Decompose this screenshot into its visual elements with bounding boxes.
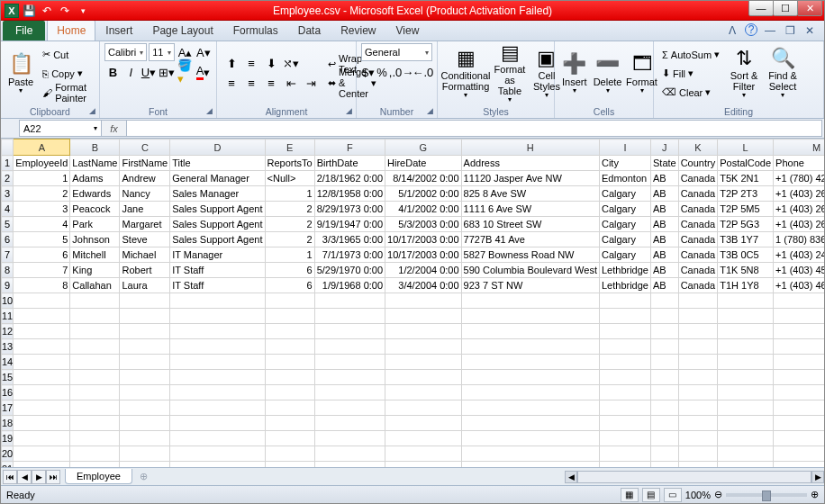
cell[interactable] — [265, 416, 314, 431]
cell[interactable] — [718, 324, 774, 339]
percent-icon[interactable]: % — [376, 63, 388, 81]
format-as-table-button[interactable]: ▤Format as Table▾ — [492, 45, 528, 103]
cell[interactable]: +1 (780) 428-9482 — [774, 171, 824, 186]
cell[interactable] — [385, 370, 462, 385]
cell[interactable] — [170, 416, 265, 431]
cell[interactable] — [14, 339, 70, 355]
row-header[interactable]: 19 — [2, 431, 14, 446]
cell[interactable]: Canada — [678, 186, 718, 202]
fx-button[interactable]: fx — [102, 120, 127, 137]
close-button[interactable]: ✕ — [797, 0, 822, 16]
column-header[interactable]: E — [265, 140, 314, 156]
cell[interactable]: 923 7 ST NW — [461, 278, 599, 293]
cell[interactable]: Sales Support Agent — [170, 217, 265, 232]
cell[interactable] — [14, 309, 70, 324]
cell[interactable]: T3B 0C5 — [718, 248, 774, 263]
cell[interactable]: AB — [650, 217, 678, 232]
cell[interactable] — [774, 400, 824, 416]
cell[interactable] — [599, 293, 650, 309]
cell[interactable] — [678, 370, 718, 385]
minimize-ribbon-icon[interactable]: ᐱ — [725, 23, 739, 38]
cell[interactable] — [120, 309, 170, 324]
cell[interactable] — [718, 309, 774, 324]
cell[interactable]: 5827 Bowness Road NW — [461, 248, 599, 263]
cell[interactable] — [170, 370, 265, 385]
row-header[interactable]: 5 — [2, 217, 14, 232]
cell[interactable] — [678, 324, 718, 339]
cell[interactable] — [461, 370, 599, 385]
cell[interactable]: +1 (403) 456-9986 — [774, 263, 824, 278]
cell[interactable]: 8/29/1973 0:00 — [314, 202, 385, 217]
cell[interactable] — [265, 309, 314, 324]
cell[interactable]: Canada — [678, 232, 718, 248]
cell[interactable] — [14, 431, 70, 446]
cell[interactable] — [14, 400, 70, 416]
row-header[interactable]: 9 — [2, 278, 14, 293]
cell[interactable]: AB — [650, 202, 678, 217]
cell[interactable]: AB — [650, 248, 678, 263]
cell[interactable]: 1111 6 Ave SW — [461, 202, 599, 217]
cell[interactable]: City — [599, 156, 650, 171]
sheet-nav-first-icon[interactable]: ⏮ — [3, 470, 17, 484]
sheet-nav-prev-icon[interactable]: ◀ — [17, 470, 32, 484]
cell[interactable]: 5/29/1970 0:00 — [314, 263, 385, 278]
cell[interactable] — [774, 309, 824, 324]
cell[interactable]: 8 — [14, 278, 70, 293]
cell[interactable]: T1K 5N8 — [718, 263, 774, 278]
cell[interactable] — [774, 370, 824, 385]
font-color-button[interactable]: A▾ — [195, 63, 212, 81]
cell[interactable] — [314, 309, 385, 324]
cell[interactable] — [70, 355, 120, 370]
sheet-nav-next-icon[interactable]: ▶ — [32, 470, 46, 484]
cell[interactable]: 2 — [14, 186, 70, 202]
cell[interactable] — [774, 446, 824, 462]
format-painter-button[interactable]: 🖌Format Painter — [39, 84, 95, 102]
column-header[interactable]: C — [120, 140, 170, 156]
cell[interactable] — [599, 400, 650, 416]
cell[interactable] — [265, 400, 314, 416]
cell[interactable] — [314, 416, 385, 431]
increase-indent-icon[interactable]: ⇥ — [301, 75, 321, 93]
row-header[interactable]: 21 — [2, 462, 14, 468]
cell[interactable]: Calgary — [599, 217, 650, 232]
align-bottom-icon[interactable]: ⬇ — [261, 55, 281, 73]
dialog-launcher-icon[interactable]: ◢ — [343, 106, 354, 117]
cell[interactable] — [120, 370, 170, 385]
cell[interactable]: 1/2/2004 0:00 — [385, 263, 462, 278]
cell[interactable]: Canada — [678, 263, 718, 278]
cell[interactable] — [314, 339, 385, 355]
cell[interactable] — [678, 431, 718, 446]
align-left-icon[interactable]: ≡ — [222, 75, 241, 93]
cell[interactable] — [314, 431, 385, 446]
cell[interactable] — [774, 385, 824, 400]
row-header[interactable]: 3 — [2, 186, 14, 202]
tab-insert[interactable]: Insert — [95, 20, 142, 40]
cell[interactable]: 4 — [14, 217, 70, 232]
cell[interactable] — [774, 431, 824, 446]
cell[interactable] — [461, 400, 599, 416]
cell[interactable] — [120, 339, 170, 355]
cell[interactable]: <Null> — [265, 171, 314, 186]
cell[interactable]: AB — [650, 263, 678, 278]
cell[interactable] — [265, 339, 314, 355]
paste-button[interactable]: 📋 Paste ▾ — [5, 45, 36, 103]
tab-view[interactable]: View — [386, 20, 430, 40]
cell[interactable]: Calgary — [599, 248, 650, 263]
cell[interactable] — [385, 355, 462, 370]
cell[interactable] — [599, 385, 650, 400]
cell[interactable]: Park — [70, 217, 120, 232]
font-size-combo[interactable]: 11▾ — [149, 43, 175, 61]
cell[interactable] — [70, 324, 120, 339]
row-header[interactable]: 2 — [2, 171, 14, 186]
cell[interactable] — [70, 446, 120, 462]
cell[interactable] — [120, 293, 170, 309]
cell[interactable] — [170, 339, 265, 355]
cell[interactable] — [461, 446, 599, 462]
sheet-nav-last-icon[interactable]: ⏭ — [46, 470, 60, 484]
cell[interactable] — [385, 309, 462, 324]
zoom-in-button[interactable]: ⊕ — [811, 489, 819, 500]
cell[interactable] — [650, 309, 678, 324]
cell[interactable] — [650, 431, 678, 446]
cell[interactable]: 1 — [265, 248, 314, 263]
cut-button[interactable]: ✂Cut — [39, 46, 95, 64]
